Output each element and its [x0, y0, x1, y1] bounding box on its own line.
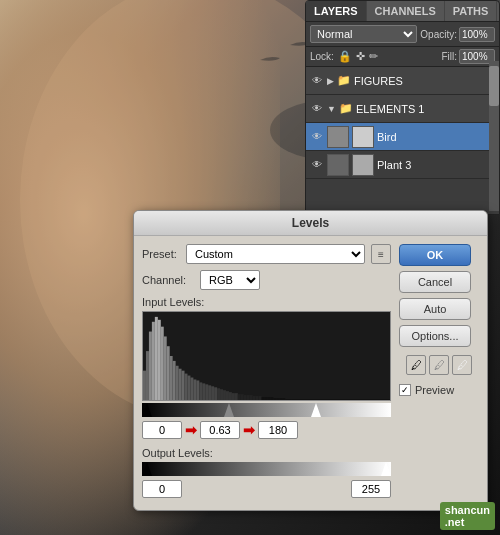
visibility-icon[interactable]: 👁	[310, 158, 324, 172]
channel-row: Channel: RGB Red Green Blue	[142, 270, 391, 290]
layers-scrollbar[interactable]	[489, 61, 499, 211]
tab-layers[interactable]: LAYERS	[306, 1, 367, 21]
svg-rect-48	[276, 398, 279, 400]
preview-label: Preview	[415, 384, 454, 396]
histogram-container	[142, 311, 391, 401]
lock-icon[interactable]: 🔒	[338, 50, 352, 63]
svg-rect-29	[220, 389, 223, 400]
svg-rect-45	[267, 397, 270, 400]
layer-item[interactable]: 👁 ▶ 📁 FIGURES	[306, 67, 499, 95]
layer-mask-thumbnail	[352, 154, 374, 176]
folder-icon: 📁	[337, 74, 351, 87]
svg-rect-47	[273, 398, 276, 400]
input-slider-track[interactable]	[142, 403, 391, 417]
svg-rect-28	[217, 388, 220, 400]
opacity-input[interactable]	[459, 27, 495, 42]
svg-rect-19	[190, 378, 193, 400]
white-point-slider[interactable]	[311, 403, 321, 417]
svg-rect-14	[176, 366, 179, 400]
auto-button[interactable]: Auto	[399, 298, 471, 320]
levels-left: Preset: Custom Default ≡ Channel: RGB Re…	[142, 244, 391, 502]
watermark: shancun.net	[440, 502, 495, 530]
layer-mask-thumbnail	[352, 126, 374, 148]
svg-rect-39	[250, 395, 253, 400]
histogram-svg	[143, 312, 390, 400]
brush-icon[interactable]: ✏	[369, 50, 378, 63]
svg-rect-18	[187, 376, 190, 400]
output-levels-label: Output Levels:	[142, 447, 391, 459]
output-slider-track[interactable]	[142, 462, 391, 476]
svg-rect-44	[265, 397, 268, 400]
svg-rect-43	[262, 397, 265, 400]
svg-rect-3	[143, 371, 146, 400]
opacity-label: Opacity:	[420, 29, 457, 40]
folder-icon: 📁	[339, 102, 353, 115]
output-black-slider[interactable]	[142, 462, 152, 476]
ok-button[interactable]: OK	[399, 244, 471, 266]
layer-name: Bird	[377, 131, 495, 143]
eyedropper-row: 🖊 🖊 🖊	[399, 355, 479, 375]
preset-row: Preset: Custom Default ≡	[142, 244, 391, 264]
svg-rect-17	[184, 374, 187, 400]
layers-lock-row: Lock: 🔒 ✜ ✏ Fill:	[306, 47, 499, 67]
black-point-input[interactable]	[142, 421, 182, 439]
layer-thumbnail	[327, 154, 349, 176]
move-icon[interactable]: ✜	[356, 50, 365, 63]
scrollbar-thumb[interactable]	[489, 66, 499, 106]
svg-rect-6	[152, 322, 155, 400]
svg-rect-4	[146, 351, 149, 400]
svg-rect-27	[214, 387, 217, 400]
black-point-slider[interactable]	[142, 403, 152, 417]
layers-tabs-bar: LAYERS CHANNELS PATHS	[306, 1, 499, 22]
layer-item[interactable]: 👁 Plant 3	[306, 151, 499, 179]
levels-content: Preset: Custom Default ≡ Channel: RGB Re…	[134, 236, 487, 510]
levels-titlebar: Levels	[134, 211, 487, 236]
preview-checkbox[interactable]: ✓	[399, 384, 411, 396]
white-eyedropper[interactable]: 🖊	[452, 355, 472, 375]
preset-options-button[interactable]: ≡	[371, 244, 391, 264]
midtone-input[interactable]	[200, 421, 240, 439]
channel-select[interactable]: RGB Red Green Blue	[200, 270, 260, 290]
tab-paths[interactable]: PATHS	[445, 1, 498, 21]
svg-rect-21	[196, 380, 199, 400]
svg-rect-9	[161, 327, 164, 400]
output-white-slider[interactable]	[381, 462, 391, 476]
output-values-row	[142, 480, 391, 498]
expand-icon[interactable]: ▶	[327, 76, 334, 86]
preset-select[interactable]: Custom Default	[186, 244, 365, 264]
svg-rect-30	[223, 390, 226, 400]
visibility-icon[interactable]: 👁	[310, 74, 324, 88]
black-eyedropper[interactable]: 🖊	[406, 355, 426, 375]
output-black-input[interactable]	[142, 480, 182, 498]
svg-rect-32	[229, 392, 232, 400]
layer-item[interactable]: 👁 Bird	[306, 123, 499, 151]
svg-rect-54	[294, 399, 297, 400]
blend-mode-select[interactable]: Normal Multiply Screen	[310, 25, 417, 43]
svg-rect-37	[244, 395, 247, 400]
arrow-to-mid: ➡	[185, 422, 197, 438]
fill-group: Fill:	[441, 49, 495, 64]
layer-item[interactable]: 👁 ▼ 📁 ELEMENTS 1	[306, 95, 499, 123]
midtone-slider[interactable]	[224, 403, 234, 417]
options-button[interactable]: Options...	[399, 325, 471, 347]
gray-eyedropper[interactable]: 🖊	[429, 355, 449, 375]
cancel-button[interactable]: Cancel	[399, 271, 471, 293]
fill-label: Fill:	[441, 51, 457, 62]
svg-rect-15	[179, 369, 182, 400]
svg-rect-26	[211, 386, 214, 400]
output-white-input[interactable]	[351, 480, 391, 498]
svg-rect-31	[226, 391, 229, 400]
layer-name: FIGURES	[354, 75, 495, 87]
svg-rect-51	[285, 399, 288, 400]
svg-rect-36	[241, 394, 244, 400]
visibility-icon[interactable]: 👁	[310, 102, 324, 116]
white-point-input[interactable]	[258, 421, 298, 439]
visibility-icon[interactable]: 👁	[310, 130, 324, 144]
svg-rect-55	[297, 399, 390, 400]
input-levels-label: Input Levels:	[142, 296, 391, 308]
svg-rect-50	[282, 398, 285, 400]
levels-dialog: Levels Preset: Custom Default ≡ Channel:…	[133, 210, 488, 511]
svg-rect-46	[270, 397, 273, 400]
tab-channels[interactable]: CHANNELS	[367, 1, 445, 21]
expand-icon[interactable]: ▼	[327, 104, 336, 114]
